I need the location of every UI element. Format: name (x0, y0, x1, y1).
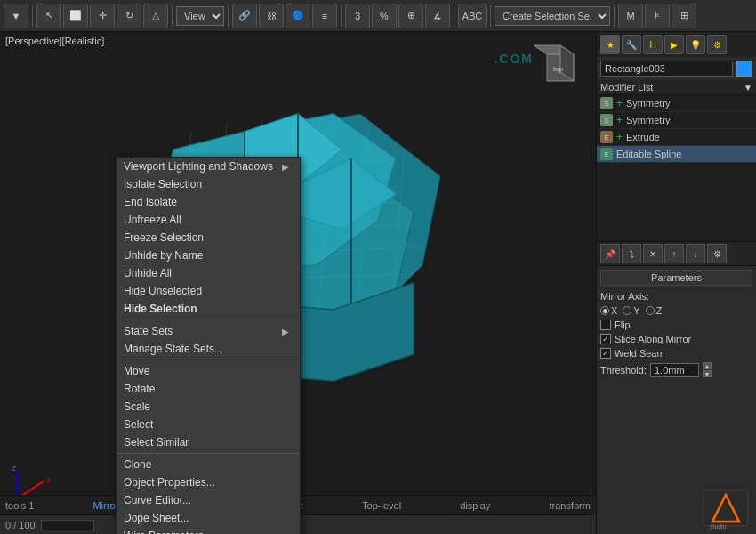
flip-label: Flip (615, 320, 631, 330)
tb-rotate-btn[interactable]: ↻ (117, 4, 141, 28)
mirror-axis-label: Mirror Axis: (600, 291, 663, 302)
tab-hierarchy[interactable]: H (643, 35, 663, 54)
tab-display[interactable]: 💡 (686, 35, 705, 54)
threshold-input[interactable] (650, 363, 699, 377)
tb-link-btn[interactable]: 🔗 (232, 4, 257, 28)
flip-row: Flip (600, 320, 752, 330)
svg-text:top: top (553, 65, 564, 73)
axis-z-radio[interactable]: Z (646, 305, 663, 316)
tb-sep-3 (228, 5, 229, 27)
tb-mirror-btn[interactable]: M (618, 4, 643, 28)
mod-icon-1: S (600, 97, 613, 109)
tab-utilities[interactable]: ⚙ (707, 35, 727, 54)
tab-motion[interactable]: ▶ (664, 35, 684, 54)
tb-scale-btn[interactable]: △ (143, 4, 168, 28)
threshold-spinner[interactable]: ▲ ▼ (703, 362, 712, 377)
axis-radio-group: X Y Z (600, 305, 662, 316)
modifier-stack: S + Symmetry S + Symmetry E + Extrude E … (597, 95, 756, 241)
view-dropdown[interactable]: View (176, 6, 224, 26)
slice-checkbox[interactable]: Slice Along Mirror (600, 334, 691, 344)
tb-num-btn[interactable]: 3 (345, 4, 370, 28)
viewport[interactable]: [Perspective][Realistic] .COM (0, 32, 596, 534)
tab-create[interactable]: ★ (600, 35, 620, 54)
nav-transform: transform (549, 500, 590, 511)
pi-pin-btn[interactable]: 📌 (600, 244, 620, 263)
viewcube[interactable]: top (534, 41, 587, 94)
cm-end-isolate[interactable]: End Isolate (117, 193, 300, 211)
cm-viewport-lighting[interactable]: Viewport Lighting and Shadows▶ (117, 158, 300, 175)
tb-unlink-btn[interactable]: ⛓ (259, 4, 284, 28)
nav-tools: tools 1 (5, 500, 34, 511)
cm-scale[interactable]: Scale (117, 398, 300, 416)
pi-move-down-btn[interactable]: ↓ (686, 244, 705, 263)
cm-wire-parameters[interactable]: Wire Parameters... (117, 527, 300, 534)
cm-manage-state-sets[interactable]: Manage State Sets... (117, 340, 300, 358)
tb-sep-4 (341, 5, 342, 27)
object-name-input[interactable] (600, 61, 733, 77)
mod-plus-2[interactable]: + (616, 114, 623, 126)
tb-hierarchy-btn[interactable]: ≡ (312, 4, 337, 28)
parameters-section: Parameters Mirror Axis: X Y Z (597, 266, 756, 381)
cm-unhide-by-name[interactable]: Unhide by Name (117, 247, 300, 264)
mod-symmetry-2[interactable]: S + Symmetry (597, 112, 756, 129)
cm-unfreeze-all[interactable]: Unfreeze All (117, 211, 300, 229)
mod-icon-4: E (600, 148, 613, 160)
tb-angle-btn[interactable]: ∡ (425, 4, 450, 28)
cm-select-similar[interactable]: Select Similar (117, 433, 300, 451)
nav-toplevel[interactable]: Top-level (362, 500, 401, 511)
pi-move-up-btn[interactable]: ↑ (664, 244, 684, 263)
tb-move-btn[interactable]: ✛ (90, 4, 115, 28)
selection-dropdown[interactable]: Create Selection Se... (495, 6, 610, 26)
slice-box (600, 334, 611, 344)
modifier-list-label: Modifier List (600, 82, 744, 93)
tb-abc-btn[interactable]: ABC (458, 4, 487, 28)
tb-snap-btn[interactable]: ⊕ (398, 4, 423, 28)
mod-label-3: Extrude (626, 132, 752, 142)
cm-rotate[interactable]: Rotate (117, 380, 300, 398)
tb-percent-btn[interactable]: % (372, 4, 397, 28)
cm-hide-unselected[interactable]: Hide Unselected (117, 282, 300, 300)
modifier-list-arrow[interactable]: ▼ (744, 83, 752, 93)
tb-bind-btn[interactable]: 🔵 (286, 4, 310, 28)
tb-region-btn[interactable]: ⬜ (63, 4, 88, 28)
cm-clone[interactable]: Clone (117, 456, 300, 473)
mod-symmetry-1[interactable]: S + Symmetry (597, 95, 756, 112)
mod-plus-1[interactable]: + (616, 97, 623, 109)
flip-checkbox[interactable]: Flip (600, 320, 631, 330)
cm-dope-sheet[interactable]: Dope Sheet... (117, 509, 300, 527)
cm-isolate-selection[interactable]: Isolate Selection (117, 175, 300, 193)
axis-y-radio[interactable]: Y (623, 305, 639, 316)
pi-link-btn[interactable]: ⤵ (622, 244, 641, 263)
cm-move[interactable]: Move (117, 362, 300, 380)
object-color-swatch[interactable] (736, 61, 752, 77)
cm-freeze-selection[interactable]: Freeze Selection (117, 229, 300, 247)
weld-checkbox[interactable]: Weld Seam (600, 348, 665, 359)
mod-editable-spline[interactable]: E Editable Spline (597, 146, 756, 163)
mod-plus-3[interactable]: + (616, 131, 623, 143)
mod-extrude[interactable]: E + Extrude (597, 129, 756, 146)
axis-x-radio[interactable]: X (600, 305, 617, 316)
mod-icon-2: S (600, 114, 613, 126)
cm-unhide-all[interactable]: Unhide All (117, 264, 300, 282)
tab-modify[interactable]: 🔧 (622, 35, 641, 54)
tb-select-btn[interactable]: ↖ (36, 4, 61, 28)
tb-menu-btn[interactable]: ▼ (4, 4, 28, 28)
slice-label: Slice Along Mirror (615, 334, 691, 344)
threshold-label: Threshold: (600, 365, 647, 376)
cm-select[interactable]: Select (117, 416, 300, 433)
app-logo: studio (699, 486, 752, 530)
nav-mirror[interactable]: Mirror (92, 500, 118, 511)
cm-curve-editor[interactable]: Curve Editor... (117, 491, 300, 509)
tb-extra-btn[interactable]: ⊞ (672, 4, 696, 28)
progress-label: 0 / 100 (5, 520, 36, 530)
cm-state-sets[interactable]: State Sets▶ (117, 322, 300, 340)
right-panel: ★ 🔧 H ▶ 💡 ⚙ Modifier List ▼ S + Symmetry (596, 32, 756, 534)
mod-label-1: Symmetry (626, 98, 752, 109)
pi-remove-btn[interactable]: ✕ (643, 244, 663, 263)
cm-hide-selection[interactable]: Hide Selection (117, 300, 300, 318)
pi-configure-btn[interactable]: ⚙ (707, 244, 727, 263)
tb-sep-1 (32, 5, 33, 27)
tb-sep-2 (172, 5, 173, 27)
cm-object-properties[interactable]: Object Properties... (117, 473, 300, 491)
tb-align-btn[interactable]: ⊧ (645, 4, 670, 28)
